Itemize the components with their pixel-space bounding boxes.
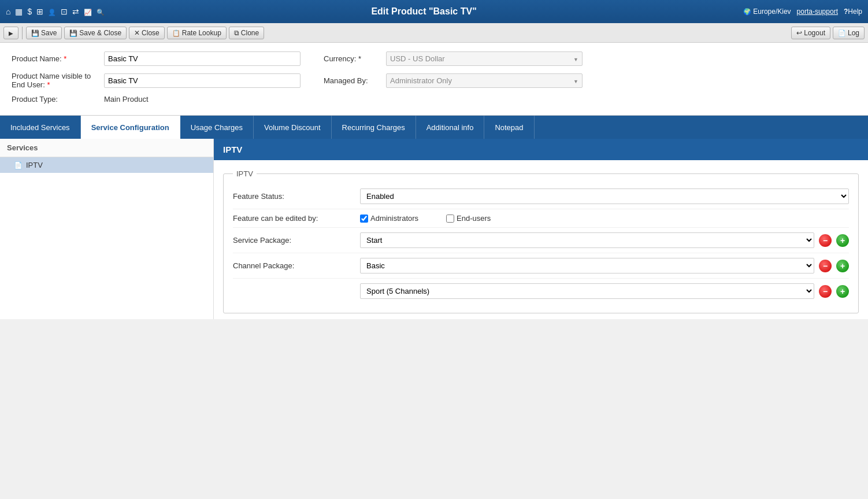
tab-service-configuration[interactable]: Service Configuration [81, 116, 180, 139]
arrows-icon[interactable] [72, 7, 79, 16]
close-button[interactable]: Close [129, 27, 165, 39]
managed-by-select[interactable]: Administrator Only [386, 73, 583, 88]
service-item-iptv[interactable]: IPTV [0, 157, 213, 173]
toolbar-separator-1 [22, 27, 23, 39]
channel-package-control-1: Basic Standard Premium − + [360, 258, 849, 273]
managed-by-row: Managed By: Administrator Only [324, 73, 583, 88]
channel-package-2-add-button[interactable]: + [836, 285, 849, 298]
product-name-label: Product Name: * [12, 54, 104, 63]
iptv-doc-icon [14, 161, 23, 169]
top-right-area: Europe/Kiev porta-support Help [743, 8, 862, 16]
chart-icon[interactable] [84, 7, 92, 16]
home-icon[interactable] [6, 7, 10, 16]
product-name-input[interactable] [104, 51, 301, 66]
currency-select[interactable]: USD - US Dollar [386, 51, 583, 66]
support-link[interactable]: porta-support [797, 8, 838, 16]
managed-by-chevron-icon [573, 76, 578, 85]
channel-package-1-add-button[interactable]: + [836, 260, 849, 272]
end-users-checkbox[interactable] [446, 215, 454, 223]
rate-icon [172, 29, 180, 37]
tab-additional-info[interactable]: Additional info [416, 116, 485, 139]
currency-label: Currency: * [324, 54, 381, 63]
product-name-visible-input[interactable] [104, 73, 301, 88]
dollar-icon[interactable] [27, 7, 32, 16]
log-button[interactable]: Log [833, 27, 865, 39]
help-icon[interactable]: Help [844, 8, 862, 16]
product-name-row: Product Name: * Currency: * USD - US Dol… [12, 51, 856, 66]
administrators-checkbox-wrap[interactable]: Administrators [360, 214, 418, 223]
feature-status-control: Enabled Disabled [360, 188, 849, 204]
tabs-bar: Included Services Service Configuration … [0, 116, 868, 139]
services-header: Services [0, 139, 213, 157]
page-title: Edit Product "Basic TV" [105, 6, 743, 17]
currency-chevron-icon [573, 54, 578, 63]
service-package-label: Service Package: [233, 236, 360, 245]
channel-package-row-1: Channel Package: Basic Standard Premium … [233, 253, 849, 279]
channel-package-2-remove-button[interactable]: − [819, 285, 832, 298]
tab-included-services[interactable]: Included Services [0, 116, 81, 139]
help-label: Help [844, 8, 862, 16]
save-icon [31, 29, 39, 37]
content-area: Services IPTV IPTV IPTV Feature Status: … [0, 139, 868, 319]
save-close-button[interactable]: Save & Close [64, 27, 127, 39]
timezone-display[interactable]: Europe/Kiev [743, 8, 791, 16]
administrators-checkbox[interactable] [360, 215, 368, 223]
grid-icon[interactable] [15, 7, 23, 16]
clone-icon [234, 29, 239, 37]
save-button[interactable]: Save [26, 27, 62, 39]
globe-icon [743, 8, 751, 16]
currency-row: Currency: * USD - US Dollar [324, 51, 583, 66]
product-name-visible-label: Product Name visible to End User: * [12, 72, 104, 89]
channel-package-control-2: Sport (5 Channels) News (10 Channels) − … [360, 283, 849, 299]
iptv-panel-header: IPTV [214, 139, 868, 160]
tab-notepad[interactable]: Notepad [484, 116, 534, 139]
end-users-checkbox-wrap[interactable]: End-users [446, 214, 491, 223]
service-package-control: Start Basic Premium − + [360, 232, 849, 248]
feature-edited-by-label: Feature can be edited by: [233, 214, 360, 223]
left-panel: Services IPTV [0, 139, 214, 319]
clone-button[interactable]: Clone [229, 27, 264, 39]
product-type-value: Main Product [104, 95, 149, 104]
service-package-select[interactable]: Start Basic Premium [360, 232, 814, 248]
product-name-visible-row: Product Name visible to End User: * Mana… [12, 72, 856, 89]
log-icon [838, 29, 846, 37]
save-close-icon [69, 29, 77, 37]
service-package-remove-button[interactable]: − [819, 234, 832, 247]
search-icon[interactable] [97, 7, 105, 16]
iptv-panel-content: IPTV Feature Status: Enabled Disabled Fe… [214, 160, 868, 319]
logout-button[interactable]: Logout [791, 27, 830, 39]
iptv-legend: IPTV [233, 169, 257, 178]
feature-status-label: Feature Status: [233, 192, 360, 201]
person-icon[interactable] [48, 7, 56, 16]
toolbar-right: Logout Log [791, 27, 865, 39]
channel-package-1-remove-button[interactable]: − [819, 260, 832, 272]
feature-edited-by-control: Administrators End-users [360, 214, 849, 223]
channel-package-select-2[interactable]: Sport (5 Channels) News (10 Channels) [360, 283, 814, 299]
product-type-label: Product Type: [12, 95, 104, 104]
rate-lookup-button[interactable]: Rate Lookup [167, 27, 227, 39]
feature-edited-by-row: Feature can be edited by: Administrators… [233, 209, 849, 228]
tag-icon[interactable] [61, 7, 68, 16]
tab-volume-discount[interactable]: Volume Discount [254, 116, 332, 139]
channel-package-row-2: Sport (5 Channels) News (10 Channels) − … [233, 279, 849, 304]
tab-usage-charges[interactable]: Usage Charges [180, 116, 254, 139]
play-icon [9, 29, 13, 37]
service-package-add-button[interactable]: + [836, 234, 849, 247]
apps-icon[interactable] [36, 7, 43, 16]
top-navigation-bar: Edit Product "Basic TV" Europe/Kiev port… [0, 0, 868, 23]
managed-by-label: Managed By: [324, 76, 381, 85]
feature-status-row: Feature Status: Enabled Disabled [233, 184, 849, 209]
channel-package-label: Channel Package: [233, 261, 360, 270]
toolbar: Save Save & Close Close Rate Lookup Clon… [0, 23, 868, 43]
iptv-fieldset: IPTV Feature Status: Enabled Disabled Fe… [223, 169, 859, 313]
service-package-row: Service Package: Start Basic Premium − + [233, 228, 849, 253]
play-button[interactable] [3, 27, 18, 39]
nav-icons [6, 7, 105, 16]
close-icon [134, 29, 140, 37]
channel-package-select-1[interactable]: Basic Standard Premium [360, 258, 814, 273]
product-type-row: Product Type: Main Product [12, 95, 856, 104]
logout-icon [796, 29, 802, 37]
product-form: Product Name: * Currency: * USD - US Dol… [0, 43, 868, 116]
feature-status-select[interactable]: Enabled Disabled [360, 188, 849, 204]
tab-recurring-charges[interactable]: Recurring Charges [332, 116, 416, 139]
